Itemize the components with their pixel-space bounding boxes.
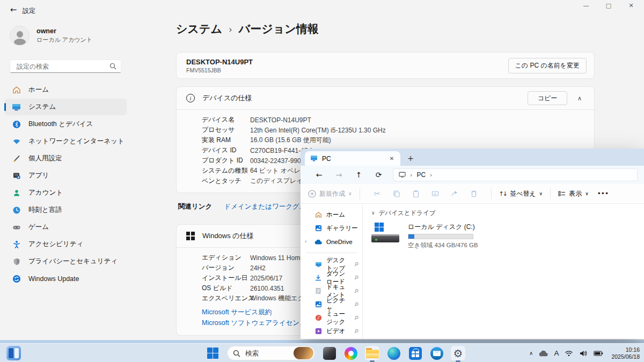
sidebar-item-windows-update[interactable]: Windows Update	[4, 270, 127, 287]
tab-close-icon[interactable]: ✕	[387, 156, 396, 161]
sidebar-item-label: アプリ	[28, 171, 49, 180]
toolbar-divider	[550, 188, 551, 199]
close-icon[interactable]: ✕	[626, 3, 636, 9]
delete-icon[interactable]	[467, 190, 480, 197]
explorer-navbar: ← → ↑ ⟳ › PC ›	[301, 166, 644, 184]
ime-mode-indicator[interactable]: A	[554, 349, 559, 357]
sidebar-item-accessibility[interactable]: アクセシビリティ	[4, 236, 127, 253]
rename-icon[interactable]: A	[429, 190, 442, 197]
new-tab-button[interactable]: +	[404, 151, 418, 165]
section-header-label: デバイスとドライブ	[379, 209, 436, 217]
sidebar-item-label: 時刻と言語	[28, 205, 62, 215]
explorer-nav-music[interactable]: ♪ ミュージック ⚲	[301, 311, 362, 324]
sort-button[interactable]: ↑↓ 並べ替え ∨	[499, 189, 543, 198]
taskbar-app-dark-window[interactable]	[322, 346, 336, 360]
address-bar[interactable]: › PC ›	[393, 168, 638, 181]
file-explorer-icon	[366, 348, 379, 358]
device-name: DESKTOP-N14U9PT	[186, 58, 253, 66]
taskbar-edge[interactable]	[386, 346, 401, 360]
more-options-icon[interactable]: •••	[597, 190, 609, 197]
system-tray: ∧ A 10:16 2025/06/18	[529, 344, 640, 362]
devices-drives-section[interactable]: ∨ デバイスとドライブ	[371, 209, 644, 217]
system-icon	[12, 102, 21, 112]
volume-tray-icon[interactable]	[579, 350, 588, 357]
new-item-button[interactable]: 新規作成 ∨	[308, 189, 352, 198]
settings-search-box[interactable]	[10, 60, 121, 73]
taskbar-settings[interactable]: ⚙	[451, 346, 465, 360]
taskbar-outlook[interactable]	[429, 346, 444, 360]
copy-icon[interactable]	[390, 190, 403, 197]
sidebar-item-gaming[interactable]: ゲーム	[4, 219, 127, 235]
nav-forward-icon[interactable]: →	[329, 171, 349, 179]
settings-search-input[interactable]	[16, 62, 109, 71]
toolbar-divider	[491, 188, 492, 199]
spec-label: インストール日	[202, 274, 250, 283]
sidebar-item-label: 個人用設定	[28, 154, 62, 163]
sidebar-item-network-internet[interactable]: ネットワークとインターネット	[4, 133, 127, 150]
device-spec-header[interactable]: i デバイスの仕様 コピー ∧	[177, 87, 594, 109]
start-button[interactable]	[206, 346, 220, 360]
onedrive-tray-icon[interactable]	[539, 350, 548, 357]
nav-back-icon[interactable]: ←	[309, 171, 329, 179]
widgets-button[interactable]	[6, 346, 21, 360]
explorer-nav-home[interactable]: ホーム	[301, 208, 362, 221]
device-model: FMV5515JBB	[186, 67, 253, 73]
clock[interactable]: 10:16 2025/06/18	[609, 346, 640, 360]
sidebar-item-label: ホーム	[28, 85, 49, 94]
divider	[306, 253, 357, 253]
sidebar-item-personalization[interactable]: 個人用設定	[4, 150, 127, 167]
explorer-nav-documents[interactable]: ドキュメント ⚲	[301, 284, 362, 298]
cut-icon[interactable]: ✂	[371, 190, 384, 197]
breadcrumb-system[interactable]: システム	[176, 21, 222, 36]
clock-time: 10:16	[611, 346, 640, 353]
sidebar-item-apps[interactable]: アプリ	[4, 167, 127, 184]
accessibility-icon	[12, 240, 21, 249]
bluetooth-icon	[12, 120, 21, 129]
rename-pc-button[interactable]: この PC の名前を変更	[508, 58, 587, 73]
chevron-right-icon[interactable]: ›	[410, 172, 412, 178]
nav-refresh-icon[interactable]: ⟳	[369, 171, 389, 179]
explorer-nav-pictures[interactable]: ピクチャ ⚲	[301, 298, 362, 311]
wifi-tray-icon[interactable]	[565, 350, 573, 357]
taskbar-file-explorer[interactable]	[365, 346, 379, 360]
taskbar-copilot[interactable]	[343, 346, 358, 360]
sidebar-item-privacy-security[interactable]: プライバシーとセキュリティ	[4, 253, 127, 270]
taskbar-search-box[interactable]	[227, 346, 315, 360]
explorer-nav-onedrive[interactable]: › OneDrive	[301, 235, 362, 248]
pin-icon: ⚲	[353, 328, 359, 334]
taskbar-search-input[interactable]	[244, 349, 287, 358]
battery-tray-icon[interactable]	[594, 350, 603, 357]
explorer-nav-gallery[interactable]: ギャラリー	[301, 221, 362, 235]
share-icon[interactable]	[448, 190, 461, 197]
download-icon	[314, 274, 322, 282]
paste-icon[interactable]	[409, 190, 422, 197]
chevron-right-icon[interactable]: ›	[430, 172, 432, 178]
back-button[interactable]: ←	[6, 4, 20, 16]
taskbar-store[interactable]	[408, 346, 422, 360]
search-highlight-image[interactable]	[294, 347, 313, 359]
sidebar-item-home[interactable]: ホーム	[4, 82, 127, 98]
chevron-expand-icon[interactable]: ›	[305, 239, 307, 244]
explorer-tab-pc[interactable]: PC ✕	[305, 151, 400, 166]
sidebar-item-system[interactable]: システム	[4, 99, 127, 115]
explorer-nav-videos[interactable]: ビデオ ⚲	[301, 324, 362, 338]
spec-label: システムの種類	[202, 166, 250, 175]
sidebar-item-accounts[interactable]: アカウント	[4, 184, 127, 201]
account-summary[interactable]: owner ローカル アカウント	[10, 26, 92, 46]
music-icon: ♪	[314, 314, 322, 322]
address-crumb-pc[interactable]: PC	[416, 171, 426, 179]
sidebar-item-time-language[interactable]: 時刻と言語	[4, 202, 127, 218]
device-name-card: DESKTOP-N14U9PT FMV5515JBB この PC の名前を変更	[176, 52, 595, 79]
minimize-icon[interactable]: —	[581, 3, 591, 9]
sidebar-item-bluetooth-devices[interactable]: Bluetooth とデバイス	[4, 116, 127, 132]
maximize-icon[interactable]: □	[603, 3, 614, 9]
chevron-up-icon[interactable]: ∧	[575, 95, 584, 101]
hidden-icons-chevron[interactable]: ∧	[529, 351, 533, 356]
explorer-nav-downloads[interactable]: ダウンロード ⚲	[301, 271, 362, 284]
copy-button[interactable]: コピー	[528, 91, 567, 105]
view-button[interactable]: 表示 ∨	[558, 189, 589, 198]
spec-label: プロダクト ID	[202, 156, 250, 165]
local-disk-item[interactable]: ローカル ディスク (C:) 空き領域 434 GB/476 GB	[371, 223, 644, 249]
nav-up-icon[interactable]: ↑	[349, 171, 369, 179]
explorer-nav-desktop[interactable]: デスクトップ ⚲	[301, 257, 362, 271]
